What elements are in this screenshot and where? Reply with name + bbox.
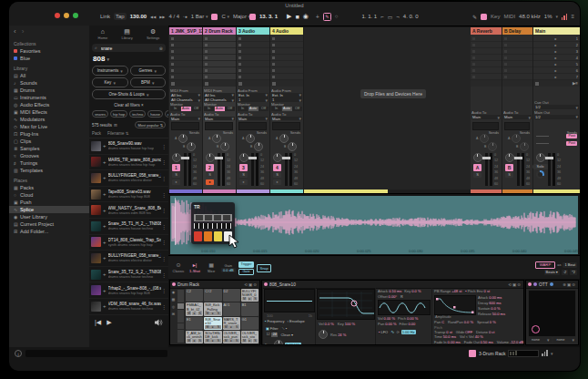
pad-solo-button[interactable]: S bbox=[234, 339, 238, 343]
output-menu[interactable]: Main▾ bbox=[238, 117, 269, 121]
pad-mute-button[interactable]: M bbox=[224, 339, 228, 343]
clip-slot[interactable] bbox=[237, 67, 269, 74]
clip-slot[interactable] bbox=[502, 48, 532, 55]
pad-play-button[interactable]: ▸ bbox=[210, 325, 215, 329]
sample-result-row[interactable]: + Tape808_Snare03.wavdrums snares hip ho… bbox=[89, 187, 168, 203]
clip-slot[interactable] bbox=[203, 36, 236, 42]
sidebar-item-plug-ins[interactable]: ⊡Plug-Ins bbox=[9, 130, 89, 138]
tempo-field[interactable]: 130.00 bbox=[130, 14, 147, 19]
send-a-post-button[interactable]: Post bbox=[566, 134, 577, 138]
sample-result-row[interactable]: + Trhap2_-_Snare-808_-_(08.wavdrums snar… bbox=[89, 282, 168, 299]
track-header[interactable]: 3 Audio bbox=[237, 27, 269, 35]
drum-pad-808_Snare10[interactable]: 808_Snare10 M▸S bbox=[204, 317, 221, 330]
clip-slot[interactable] bbox=[502, 61, 532, 67]
pad-play-button[interactable]: ▸ bbox=[248, 297, 252, 301]
pad-play-button[interactable]: ▸ bbox=[192, 312, 197, 315]
pack-filter-chip[interactable]: 808 ▾ bbox=[93, 55, 165, 63]
scene-slot[interactable]: ▸7 bbox=[533, 74, 580, 80]
track-header[interactable]: 2 Drum Rack ◔ bbox=[203, 27, 236, 35]
gate-button[interactable]: Gate bbox=[238, 269, 255, 275]
clip-slot[interactable] bbox=[203, 48, 236, 55]
row-menu-icon[interactable]: ⋮ bbox=[161, 303, 167, 310]
clip-slot[interactable] bbox=[169, 42, 202, 48]
track-activator[interactable]: 3 bbox=[239, 164, 248, 171]
slope-24-button[interactable]: 24 bbox=[271, 333, 278, 337]
xy-pad[interactable] bbox=[528, 290, 576, 337]
info-view-icon[interactable]: i bbox=[15, 350, 22, 357]
track-2[interactable]: 2 Drum Rack ◔ MIDI FromAll Ins▾All Chann… bbox=[203, 27, 236, 190]
sidebar-item-drums[interactable]: ▦Drums bbox=[9, 87, 89, 94]
automation-arm-icon[interactable]: ○ bbox=[335, 14, 339, 19]
clip-slot[interactable] bbox=[237, 61, 269, 67]
solo-button[interactable]: S bbox=[239, 172, 248, 178]
filter-freq-value[interactable]: 5.00 kHz bbox=[285, 343, 301, 345]
clip-slot[interactable] bbox=[169, 48, 202, 55]
cue-volume-knob[interactable] bbox=[536, 170, 544, 179]
return-track-B[interactable]: B Delay Audio ToMain▾ Sends A B B S 0122… bbox=[502, 27, 532, 190]
sidebar-item-sounds[interactable]: ♪Sounds bbox=[9, 79, 89, 87]
clip-slot[interactable] bbox=[471, 48, 502, 55]
level-bars-icon[interactable] bbox=[542, 350, 548, 356]
pan-field[interactable]: PanC bbox=[434, 320, 444, 324]
input-channel-menu[interactable]: 1▾ bbox=[238, 97, 269, 102]
scale-name-menu[interactable]: Major ▾ bbox=[233, 14, 250, 19]
sample-zoom-display[interactable] bbox=[264, 289, 315, 312]
send-b-knob[interactable] bbox=[288, 142, 297, 151]
pad-solo-button[interactable]: S bbox=[253, 339, 258, 343]
follow-button[interactable] bbox=[249, 14, 256, 20]
filter-genres[interactable]: Genres ▾ bbox=[130, 66, 167, 76]
clip-slot[interactable] bbox=[502, 55, 532, 61]
frequency-tab[interactable]: ▪ Frequency bbox=[265, 319, 284, 323]
sample-result-row[interactable]: + Snare_35_T2_S_2_-_TN808T3.wdrums snare… bbox=[89, 267, 168, 283]
sidebar-item-max-for-live[interactable]: ◇Max for Live bbox=[9, 123, 89, 130]
pad-mute-button[interactable]: M bbox=[187, 312, 191, 315]
input-channel-menu[interactable]: All Channels▾ bbox=[170, 97, 201, 102]
sidebar-item-templates[interactable]: ▥Templates bbox=[9, 167, 89, 174]
midi-map-button[interactable]: MIDI bbox=[503, 14, 515, 19]
clip-slot[interactable] bbox=[502, 42, 532, 48]
row-menu-icon[interactable]: ⋮ bbox=[161, 271, 167, 278]
volvel-field[interactable]: Vol < Vel40 % bbox=[460, 334, 483, 339]
scene-slot[interactable]: ▸3 bbox=[533, 48, 580, 55]
clip-slot[interactable] bbox=[270, 61, 303, 67]
lfo-retrigger-button[interactable]: R bbox=[400, 295, 404, 299]
sample-start-marker[interactable] bbox=[175, 198, 176, 245]
pad-play-button[interactable]: ▸ bbox=[228, 325, 233, 329]
clip-slot[interactable] bbox=[169, 74, 202, 80]
drum-rack-view-toggles[interactable]: ◉▦◎⊞ bbox=[170, 288, 177, 344]
send-b-knob[interactable] bbox=[520, 142, 529, 151]
amp-envelope-display[interactable] bbox=[434, 295, 476, 315]
spread-field[interactable]: Spread0 % bbox=[477, 320, 496, 324]
capture-midi-button[interactable]: + bbox=[316, 14, 319, 20]
volume-fader[interactable] bbox=[251, 153, 254, 186]
clip-slot[interactable] bbox=[471, 42, 502, 48]
pad-solo-button[interactable]: S bbox=[216, 325, 220, 329]
volume-icon[interactable] bbox=[155, 319, 163, 326]
pad-mute-button[interactable]: M bbox=[205, 325, 209, 329]
pitch-env-field[interactable]: ▪Pitch Env0 st bbox=[465, 289, 490, 293]
cpu-load-display[interactable]: 1% bbox=[544, 14, 553, 19]
fade-in-field[interactable]: Fade In0.00 ms bbox=[434, 340, 461, 344]
add-sample-icon[interactable]: + bbox=[103, 208, 106, 213]
volume-fader[interactable] bbox=[485, 153, 488, 186]
drum-pad-MARS_TR_snare_8[interactable]: MARS_TR_snare_8 M▸S bbox=[223, 317, 240, 330]
track-4[interactable]: 4 Audio Audio FromExt. In▾1▾MonitorInAut… bbox=[270, 27, 303, 190]
send-b-knob[interactable] bbox=[220, 142, 229, 151]
pad-solo-button[interactable]: S bbox=[253, 297, 258, 301]
sidebar-item-samples[interactable]: ≣Samples bbox=[9, 145, 89, 152]
return-track-A[interactable]: A Reverb Audio ToMain▾ Sends A B A S 012… bbox=[471, 27, 502, 190]
env-sustain-field[interactable]: Sustain0.0 % bbox=[478, 306, 505, 311]
lfo-pan-field[interactable]: Pan0.00 % bbox=[378, 322, 397, 326]
clear-filters-button[interactable]: Clear all filters × bbox=[89, 101, 168, 109]
previous-icon[interactable]: |◀ bbox=[95, 319, 101, 326]
play-preview-icon[interactable]: ▶ bbox=[106, 319, 111, 326]
clear-search-icon[interactable]: ⊗ bbox=[159, 46, 163, 51]
pad-play-button[interactable]: ▸ bbox=[248, 339, 252, 343]
link-button[interactable]: Link bbox=[100, 14, 110, 19]
row-menu-icon[interactable]: ⋮ bbox=[161, 159, 167, 165]
sample-result-row[interactable]: + DT14_808_Classic_Trap_Snaresynth drums… bbox=[89, 235, 168, 251]
loop-switch-icon[interactable]: ▭ bbox=[388, 14, 393, 20]
sidebar-item-add-folder-[interactable]: ⊞Add Folder... bbox=[9, 228, 89, 235]
clip-slot[interactable] bbox=[237, 74, 269, 80]
envelope-tab[interactable]: ▫ Envelope bbox=[287, 319, 304, 323]
